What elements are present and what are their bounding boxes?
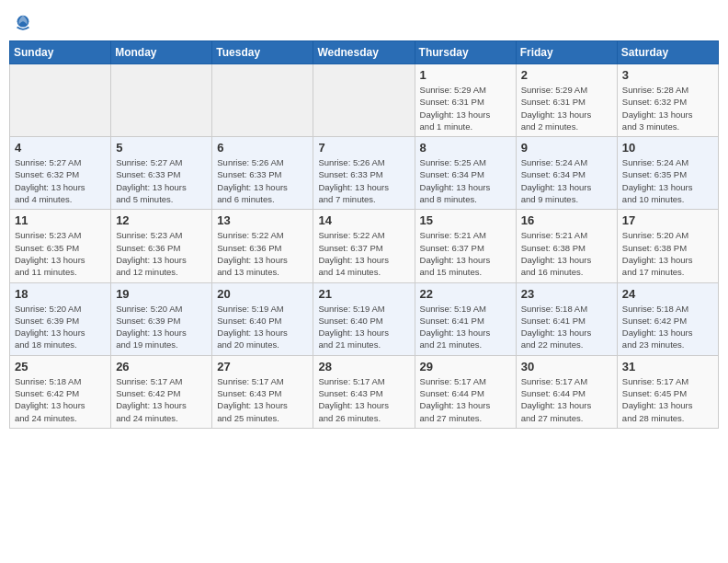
- day-number: 11: [15, 213, 106, 227]
- day-number: 22: [420, 287, 511, 301]
- day-number: 28: [318, 360, 409, 373]
- weekday-header-monday: Monday: [111, 41, 212, 64]
- calendar-cell: 23Sunrise: 5:18 AM Sunset: 6:41 PM Dayli…: [516, 282, 617, 355]
- day-info: Sunrise: 5:24 AM Sunset: 6:35 PM Dayligh…: [622, 156, 713, 205]
- day-info: Sunrise: 5:20 AM Sunset: 6:39 PM Dayligh…: [116, 303, 207, 351]
- day-info: Sunrise: 5:26 AM Sunset: 6:33 PM Dayligh…: [217, 156, 308, 205]
- calendar-cell: 14Sunrise: 5:22 AM Sunset: 6:37 PM Dayli…: [313, 210, 415, 282]
- calendar-cell: 18Sunrise: 5:20 AM Sunset: 6:39 PM Dayli…: [10, 282, 111, 355]
- day-number: 23: [521, 287, 612, 301]
- calendar-week-5: 25Sunrise: 5:18 AM Sunset: 6:42 PM Dayli…: [10, 355, 719, 428]
- logo: [13, 13, 35, 33]
- day-info: Sunrise: 5:21 AM Sunset: 6:37 PM Dayligh…: [420, 229, 511, 278]
- calendar-table: SundayMondayTuesdayWednesdayThursdayFrid…: [9, 40, 719, 429]
- page-header: [9, 9, 719, 33]
- weekday-header-tuesday: Tuesday: [212, 41, 313, 64]
- logo-icon: [13, 13, 33, 33]
- calendar-cell: 2Sunrise: 5:29 AM Sunset: 6:31 PM Daylig…: [516, 64, 617, 137]
- day-number: 30: [521, 360, 612, 373]
- calendar-cell: 3Sunrise: 5:28 AM Sunset: 6:32 PM Daylig…: [617, 64, 718, 137]
- day-info: Sunrise: 5:23 AM Sunset: 6:36 PM Dayligh…: [116, 229, 207, 278]
- calendar-cell: 25Sunrise: 5:18 AM Sunset: 6:42 PM Dayli…: [10, 355, 111, 428]
- calendar-cell: 16Sunrise: 5:21 AM Sunset: 6:38 PM Dayli…: [516, 210, 617, 282]
- day-info: Sunrise: 5:27 AM Sunset: 6:33 PM Dayligh…: [116, 156, 207, 205]
- calendar-cell: 1Sunrise: 5:29 AM Sunset: 6:31 PM Daylig…: [415, 64, 516, 137]
- day-info: Sunrise: 5:17 AM Sunset: 6:42 PM Dayligh…: [116, 375, 207, 424]
- day-number: 9: [521, 141, 612, 155]
- day-number: 12: [116, 213, 207, 227]
- day-number: 4: [15, 141, 106, 155]
- day-number: 16: [521, 213, 612, 227]
- calendar-cell: 10Sunrise: 5:24 AM Sunset: 6:35 PM Dayli…: [617, 137, 718, 210]
- calendar-cell: 9Sunrise: 5:24 AM Sunset: 6:34 PM Daylig…: [516, 137, 617, 210]
- day-info: Sunrise: 5:20 AM Sunset: 6:38 PM Dayligh…: [622, 229, 713, 278]
- day-number: 14: [318, 213, 409, 227]
- calendar-cell: 11Sunrise: 5:23 AM Sunset: 6:35 PM Dayli…: [10, 210, 111, 282]
- day-info: Sunrise: 5:26 AM Sunset: 6:33 PM Dayligh…: [318, 156, 409, 205]
- day-number: 15: [420, 213, 511, 227]
- day-number: 8: [420, 141, 511, 155]
- day-info: Sunrise: 5:22 AM Sunset: 6:36 PM Dayligh…: [217, 229, 308, 278]
- weekday-header-friday: Friday: [516, 41, 617, 64]
- day-info: Sunrise: 5:19 AM Sunset: 6:40 PM Dayligh…: [217, 303, 308, 351]
- day-info: Sunrise: 5:18 AM Sunset: 6:42 PM Dayligh…: [622, 303, 713, 351]
- day-number: 10: [622, 141, 713, 155]
- day-number: 18: [15, 287, 106, 301]
- day-number: 27: [217, 360, 308, 373]
- weekday-header-wednesday: Wednesday: [313, 41, 415, 64]
- calendar-cell: 29Sunrise: 5:17 AM Sunset: 6:44 PM Dayli…: [415, 355, 516, 428]
- day-info: Sunrise: 5:24 AM Sunset: 6:34 PM Dayligh…: [521, 156, 612, 205]
- weekday-header-saturday: Saturday: [617, 41, 718, 64]
- calendar-header-row: SundayMondayTuesdayWednesdayThursdayFrid…: [10, 41, 719, 64]
- day-number: 17: [622, 213, 713, 227]
- day-number: 29: [420, 360, 511, 373]
- day-info: Sunrise: 5:17 AM Sunset: 6:43 PM Dayligh…: [318, 375, 409, 424]
- day-info: Sunrise: 5:29 AM Sunset: 6:31 PM Dayligh…: [521, 84, 612, 132]
- calendar-cell: 12Sunrise: 5:23 AM Sunset: 6:36 PM Dayli…: [111, 210, 212, 282]
- day-info: Sunrise: 5:21 AM Sunset: 6:38 PM Dayligh…: [521, 229, 612, 278]
- day-info: Sunrise: 5:17 AM Sunset: 6:44 PM Dayligh…: [521, 375, 612, 424]
- day-number: 20: [217, 287, 308, 301]
- calendar-cell: 4Sunrise: 5:27 AM Sunset: 6:32 PM Daylig…: [10, 137, 111, 210]
- calendar-cell: 22Sunrise: 5:19 AM Sunset: 6:41 PM Dayli…: [415, 282, 516, 355]
- weekday-header-sunday: Sunday: [10, 41, 111, 64]
- day-info: Sunrise: 5:27 AM Sunset: 6:32 PM Dayligh…: [15, 156, 106, 205]
- calendar-week-4: 18Sunrise: 5:20 AM Sunset: 6:39 PM Dayli…: [10, 282, 719, 355]
- day-number: 6: [217, 141, 308, 155]
- day-number: 21: [318, 287, 409, 301]
- calendar-cell: 8Sunrise: 5:25 AM Sunset: 6:34 PM Daylig…: [415, 137, 516, 210]
- day-info: Sunrise: 5:23 AM Sunset: 6:35 PM Dayligh…: [15, 229, 106, 278]
- calendar-week-3: 11Sunrise: 5:23 AM Sunset: 6:35 PM Dayli…: [10, 210, 719, 282]
- day-number: 1: [420, 68, 511, 82]
- day-number: 24: [622, 287, 713, 301]
- calendar-cell: 27Sunrise: 5:17 AM Sunset: 6:43 PM Dayli…: [212, 355, 313, 428]
- day-info: Sunrise: 5:18 AM Sunset: 6:41 PM Dayligh…: [521, 303, 612, 351]
- day-info: Sunrise: 5:19 AM Sunset: 6:41 PM Dayligh…: [420, 303, 511, 351]
- calendar-cell: 30Sunrise: 5:17 AM Sunset: 6:44 PM Dayli…: [516, 355, 617, 428]
- day-info: Sunrise: 5:29 AM Sunset: 6:31 PM Dayligh…: [420, 84, 511, 132]
- calendar-cell: 21Sunrise: 5:19 AM Sunset: 6:40 PM Dayli…: [313, 282, 415, 355]
- calendar-cell: 7Sunrise: 5:26 AM Sunset: 6:33 PM Daylig…: [313, 137, 415, 210]
- calendar-cell: 19Sunrise: 5:20 AM Sunset: 6:39 PM Dayli…: [111, 282, 212, 355]
- calendar-cell: 5Sunrise: 5:27 AM Sunset: 6:33 PM Daylig…: [111, 137, 212, 210]
- day-info: Sunrise: 5:28 AM Sunset: 6:32 PM Dayligh…: [622, 84, 713, 132]
- day-number: 25: [15, 360, 106, 373]
- calendar-week-1: 1Sunrise: 5:29 AM Sunset: 6:31 PM Daylig…: [10, 64, 719, 137]
- calendar-cell: [313, 64, 415, 137]
- calendar-cell: [10, 64, 111, 137]
- calendar-cell: [212, 64, 313, 137]
- day-info: Sunrise: 5:20 AM Sunset: 6:39 PM Dayligh…: [15, 303, 106, 351]
- day-info: Sunrise: 5:17 AM Sunset: 6:45 PM Dayligh…: [622, 375, 713, 424]
- calendar-cell: 24Sunrise: 5:18 AM Sunset: 6:42 PM Dayli…: [617, 282, 718, 355]
- day-number: 3: [622, 68, 713, 82]
- calendar-cell: 13Sunrise: 5:22 AM Sunset: 6:36 PM Dayli…: [212, 210, 313, 282]
- day-info: Sunrise: 5:22 AM Sunset: 6:37 PM Dayligh…: [318, 229, 409, 278]
- day-number: 7: [318, 141, 409, 155]
- day-number: 2: [521, 68, 612, 82]
- calendar-week-2: 4Sunrise: 5:27 AM Sunset: 6:32 PM Daylig…: [10, 137, 719, 210]
- calendar-cell: 17Sunrise: 5:20 AM Sunset: 6:38 PM Dayli…: [617, 210, 718, 282]
- day-number: 26: [116, 360, 207, 373]
- day-number: 31: [622, 360, 713, 373]
- calendar-cell: [111, 64, 212, 137]
- calendar-cell: 28Sunrise: 5:17 AM Sunset: 6:43 PM Dayli…: [313, 355, 415, 428]
